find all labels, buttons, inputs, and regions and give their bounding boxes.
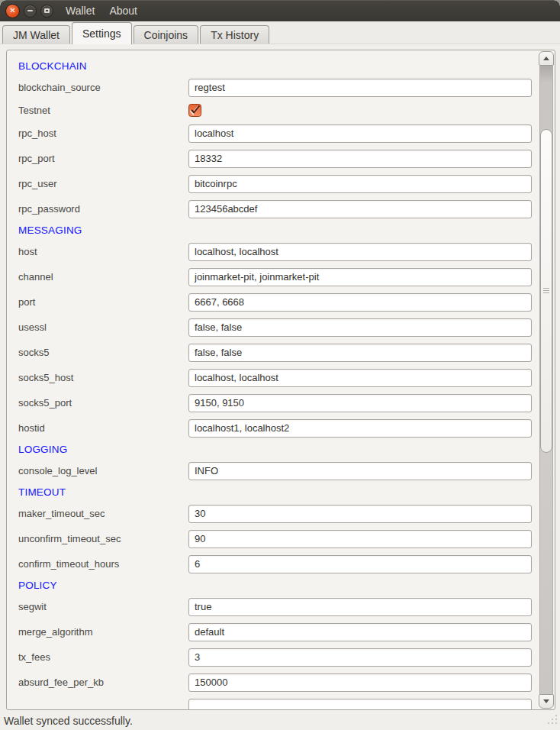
field-label: rpc_port — [18, 153, 188, 164]
field-input-port[interactable] — [188, 293, 532, 312]
field-row-blockchain_source: blockchain_source — [7, 75, 539, 100]
close-button[interactable]: ✕ — [5, 4, 20, 18]
field-row-rpc_port: rpc_port — [7, 146, 539, 171]
field-label: unconfirm_timeout_sec — [18, 533, 188, 544]
field-row-maker_timeout_sec: maker_timeout_sec — [7, 501, 539, 526]
menubar: Wallet About — [66, 5, 137, 17]
field-row-rpc_host: rpc_host — [7, 121, 539, 146]
vertical-scrollbar — [539, 51, 554, 709]
field-input-socks5_port[interactable] — [188, 394, 532, 412]
field-label: rpc_password — [18, 203, 188, 215]
field-input-rpc_host[interactable] — [188, 124, 532, 143]
field-row-channel: channel — [7, 264, 539, 289]
field-input-merge_algorithm[interactable] — [188, 623, 532, 641]
field-input-host[interactable] — [188, 243, 532, 261]
menu-wallet[interactable]: Wallet — [66, 5, 95, 17]
arrow-up-icon — [543, 57, 549, 60]
field-input-confirm_timeout_hours[interactable] — [188, 555, 532, 573]
scrollbar-down-button[interactable] — [539, 694, 554, 709]
arrow-down-icon — [543, 699, 549, 703]
field-label: channel — [18, 271, 188, 283]
field-input-tx_fees[interactable] — [188, 648, 532, 667]
field-label: tx_fees — [18, 651, 188, 663]
tab-settings[interactable]: Settings — [72, 22, 132, 44]
field-input-segwit[interactable] — [188, 598, 532, 616]
field-label: absurd_fee_per_kb — [18, 677, 188, 688]
section-header: MESSAGING — [18, 224, 82, 236]
section-header: TIMEOUT — [18, 486, 66, 498]
field-row-console_log_level: console_log_level — [7, 458, 539, 483]
status-bar: Wallet synced successfully. — [0, 711, 560, 730]
field-label: socks5_port — [18, 397, 188, 409]
maximize-button[interactable] — [40, 5, 53, 18]
field-input-hostid[interactable] — [188, 419, 532, 438]
field-row-socks5_port: socks5_port — [7, 390, 539, 415]
field-input-blockchain_source[interactable] — [188, 79, 532, 97]
field-row-Testnet: Testnet — [7, 100, 539, 121]
field-row-merge_algorithm: merge_algorithm — [7, 619, 539, 644]
field-label: rpc_user — [18, 178, 188, 189]
minimize-icon — [27, 10, 33, 11]
titlebar: ✕ Wallet About — [0, 0, 560, 21]
scrollbar-up-button[interactable] — [539, 51, 554, 66]
field-label: port — [18, 296, 188, 308]
field-row-rpc_user: rpc_user — [7, 171, 539, 196]
scrollbar-track[interactable] — [539, 66, 553, 694]
field-label: maker_timeout_sec — [18, 508, 188, 519]
field-label: hostid — [18, 422, 188, 434]
field-label: confirm_timeout_hours — [18, 558, 188, 570]
field-row-unconfirm_timeout_sec: unconfirm_timeout_sec — [7, 526, 539, 551]
section-header: POLICY — [18, 580, 57, 591]
field-row-host: host — [7, 239, 539, 264]
field-row-rpc_password: rpc_password — [7, 196, 539, 221]
section-row-messaging: MESSAGING — [7, 221, 539, 239]
resize-grip[interactable] — [545, 715, 557, 727]
field-input-partial[interactable] — [188, 699, 532, 711]
field-label: segwit — [18, 601, 188, 612]
app-window: ✕ Wallet About JM WalletSettingsCoinjoin… — [0, 0, 560, 730]
field-label: merge_algorithm — [18, 626, 188, 638]
field-label: host — [18, 246, 188, 257]
field-row-absurd_fee_per_kb: absurd_fee_per_kb — [7, 670, 539, 695]
menu-about[interactable]: About — [109, 5, 137, 17]
scrollbar-thumb[interactable] — [540, 129, 552, 453]
field-label: blockchain_source — [18, 82, 188, 93]
field-row-confirm_timeout_hours: confirm_timeout_hours — [7, 551, 539, 577]
field-input-unconfirm_timeout_sec[interactable] — [188, 530, 532, 548]
tab-jm-wallet[interactable]: JM Wallet — [2, 25, 70, 44]
tab-tx-history[interactable]: Tx History — [200, 25, 269, 44]
field-input-absurd_fee_per_kb[interactable] — [188, 673, 532, 692]
field-input-rpc_port[interactable] — [188, 150, 532, 168]
field-input-maker_timeout_sec[interactable] — [188, 505, 532, 523]
checkbox-testnet[interactable] — [188, 104, 201, 117]
field-label: socks5_host — [18, 372, 188, 383]
field-input-rpc_password[interactable] — [188, 200, 532, 218]
field-label: usessl — [18, 321, 188, 333]
minimize-button[interactable] — [24, 5, 37, 18]
field-input-usessl[interactable] — [188, 318, 532, 337]
field-input-channel[interactable] — [188, 268, 532, 286]
section-header: BLOCKCHAIN — [18, 60, 87, 72]
maximize-icon — [44, 8, 50, 13]
tab-coinjoins[interactable]: Coinjoins — [134, 25, 199, 44]
field-label: Testnet — [18, 105, 188, 116]
status-message: Wallet synced successfully. — [4, 715, 133, 727]
section-row-timeout: TIMEOUT — [7, 483, 539, 501]
field-input-socks5_host[interactable] — [188, 369, 532, 387]
field-label: console_log_level — [18, 465, 188, 476]
section-row-logging: LOGGING — [7, 441, 539, 458]
section-row-policy: POLICY — [7, 577, 539, 594]
field-row-tx_fees: tx_fees — [7, 644, 539, 670]
field-row-usessl: usessl — [7, 315, 539, 340]
field-input-socks5[interactable] — [188, 344, 532, 362]
tab-bar: JM WalletSettingsCoinjoinsTx History — [0, 21, 560, 44]
field-input-rpc_user[interactable] — [188, 175, 532, 193]
field-label: socks5 — [18, 347, 188, 358]
field-row-socks5_host: socks5_host — [7, 365, 539, 390]
field-row-segwit: segwit — [7, 594, 539, 619]
window-controls: ✕ — [5, 4, 53, 18]
scrollbar-grip-icon — [543, 288, 549, 294]
field-row-partial — [7, 695, 539, 710]
field-row-port: port — [7, 289, 539, 315]
field-input-console_log_level[interactable] — [188, 462, 532, 480]
